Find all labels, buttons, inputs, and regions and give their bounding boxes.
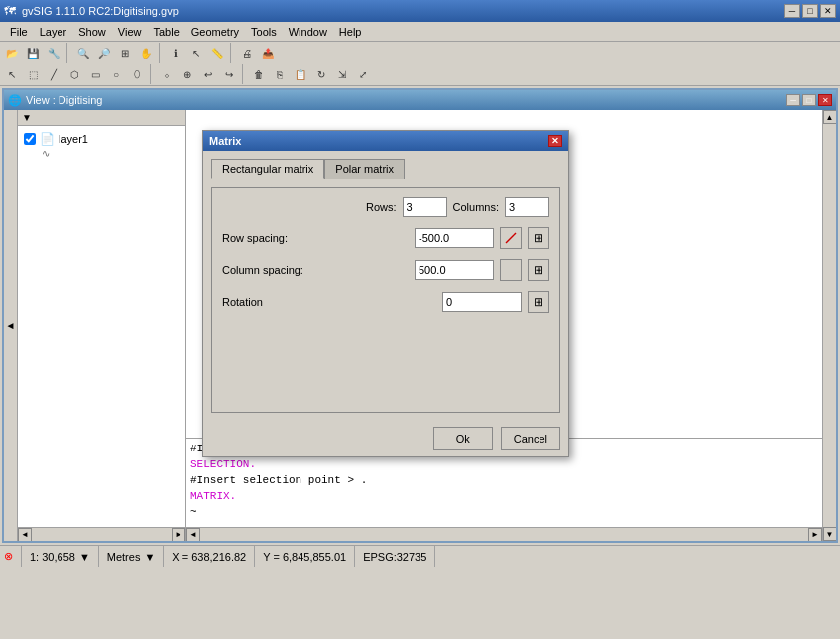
close-button[interactable]: ✕ [820, 4, 836, 18]
tb-select[interactable]: ↖ [186, 43, 206, 63]
tb-delete[interactable]: 🗑 [249, 64, 269, 84]
rows-input[interactable] [403, 197, 447, 217]
layer-icon: 📄 [40, 132, 55, 146]
tb-zoom-out[interactable]: 🔎 [94, 43, 114, 63]
status-y: Y = 6,845,855.01 [255, 546, 355, 567]
scale-label: 1: 30,658 [30, 551, 75, 563]
tb-zoom-in[interactable]: 🔍 [73, 43, 93, 63]
tb-ellipse[interactable]: ⬯ [127, 64, 147, 84]
tb-save[interactable]: 💾 [23, 43, 43, 63]
tb-select2[interactable]: ⬚ [23, 64, 43, 84]
rotation-input[interactable] [442, 292, 522, 312]
tb-copy[interactable]: ⎘ [270, 64, 290, 84]
view-close-btn[interactable]: ✕ [818, 94, 832, 106]
tb-move[interactable]: ⤢ [353, 64, 373, 84]
tb-line[interactable]: ╱ [44, 64, 63, 84]
status-epsg[interactable]: EPSG:32735 [355, 546, 435, 567]
console-line-3: #Insert selection point > . [190, 472, 818, 488]
cancel-button[interactable]: Cancel [501, 427, 560, 450]
y-coord: Y = 6,845,855.01 [263, 551, 346, 563]
row-spacing-icon-btn[interactable]: ⊞ [528, 227, 549, 249]
tab-rectangular[interactable]: Rectangular matrix [211, 159, 324, 179]
menu-tools[interactable]: Tools [245, 24, 283, 40]
tb-open[interactable]: 📂 [2, 43, 22, 63]
tb-sep-5 [242, 64, 246, 84]
layer-panel: ▼ 📄 layer1 ∿ ◄ ► [18, 110, 186, 541]
rotation-icon-btn[interactable]: ⊞ [528, 291, 549, 313]
columns-input[interactable] [505, 197, 549, 217]
status-bar: ⊗ 1: 30,658 ▼ Metres ▼ X = 638,216.82 Y … [0, 545, 840, 567]
layer-hscroll[interactable]: ◄ ► [18, 527, 185, 541]
layer-checkbox[interactable] [24, 133, 36, 145]
h-scrollbar[interactable]: ◄ ► [186, 527, 822, 541]
tb-measure[interactable]: 📏 [207, 43, 227, 63]
tb-pan[interactable]: ✋ [136, 43, 156, 63]
tab-polar[interactable]: Polar matrix [324, 159, 405, 179]
tb-poly[interactable]: ⬡ [64, 64, 84, 84]
tb-sep-3 [230, 43, 234, 63]
view-minimize-btn[interactable]: ─ [786, 94, 800, 106]
column-spacing-input[interactable] [415, 260, 494, 280]
title-bar: 🗺 gvSIG 1.11.0 RC2:Digitising.gvp ─ □ ✕ [0, 0, 840, 22]
tb-sep-4 [150, 64, 154, 84]
tb-scale[interactable]: ⇲ [332, 64, 352, 84]
tb-snap[interactable]: ⊕ [178, 64, 197, 84]
dialog-close-button[interactable]: ✕ [548, 135, 562, 147]
menu-view[interactable]: View [112, 24, 148, 40]
vscroll-down[interactable]: ▼ [823, 527, 837, 541]
tb-print[interactable]: 🖨 [237, 43, 257, 63]
menu-help[interactable]: Help [333, 24, 368, 40]
rotation-label: Rotation [222, 296, 263, 308]
tb-undo[interactable]: ↩ [198, 64, 218, 84]
scroll-right-btn[interactable]: ► [172, 528, 185, 542]
pencil-icon [504, 231, 518, 245]
scroll-left-btn[interactable]: ◄ [18, 528, 32, 542]
columns-label: Columns: [453, 201, 499, 213]
dialog-body: Rectangular matrix Polar matrix Rows: Co… [203, 151, 568, 421]
svg-line-1 [506, 235, 514, 243]
layer-name: layer1 [59, 133, 88, 145]
tb-redo[interactable]: ↪ [219, 64, 239, 84]
minimize-button[interactable]: ─ [784, 4, 800, 18]
hscroll-right[interactable]: ► [808, 528, 822, 542]
tb-pointer[interactable]: ↖ [2, 64, 22, 84]
error-icon: ⊗ [4, 550, 13, 563]
tb-paste[interactable]: 📋 [291, 64, 310, 84]
menu-file[interactable]: File [4, 24, 34, 40]
column-spacing-icon-btn[interactable]: ⊞ [528, 259, 549, 281]
ok-button[interactable]: Ok [433, 427, 493, 450]
status-units: Metres ▼ [99, 546, 165, 567]
menu-layer[interactable]: Layer [34, 24, 73, 40]
menu-window[interactable]: Window [283, 24, 333, 40]
vscroll-up[interactable]: ▲ [823, 110, 837, 124]
tb-rect[interactable]: ▭ [85, 64, 105, 84]
tb-sep-2 [159, 43, 163, 63]
right-scrollbar[interactable]: ▲ ▼ [822, 110, 836, 541]
scale-dropdown-icon[interactable]: ▼ [79, 551, 90, 563]
menu-geometry[interactable]: Geometry [185, 24, 245, 40]
menu-show[interactable]: Show [72, 24, 112, 40]
row-spacing-pick-btn[interactable] [500, 227, 522, 249]
units-dropdown-icon[interactable]: ▼ [144, 551, 155, 563]
tb-node[interactable]: ⬦ [157, 64, 177, 84]
column-spacing-pick-btn[interactable] [500, 259, 522, 281]
console-line-4: MATRIX. [190, 488, 818, 504]
toolbar-row-2: ↖ ⬚ ╱ ⬡ ▭ ○ ⬯ ⬦ ⊕ ↩ ↪ 🗑 ⎘ 📋 ↻ ⇲ ⤢ [0, 64, 840, 85]
tb-info[interactable]: ℹ [166, 43, 185, 63]
hscroll-left[interactable]: ◄ [186, 528, 200, 542]
layer-header: ▼ [18, 110, 185, 126]
row-spacing-input[interactable] [415, 228, 494, 248]
tb-circle[interactable]: ○ [106, 64, 126, 84]
tb-properties[interactable]: 🔧 [44, 43, 63, 63]
tb-zoom-extent[interactable]: ⊞ [115, 43, 135, 63]
tb-rotate[interactable]: ↻ [311, 64, 331, 84]
panel-toggle[interactable]: ◄ [4, 110, 18, 541]
layer-symbol-text: ∿ [42, 148, 50, 159]
layer-item[interactable]: 📄 layer1 [22, 130, 181, 148]
view-maximize-btn[interactable]: □ [802, 94, 816, 106]
window-title: gvSIG 1.11.0 RC2:Digitising.gvp [22, 5, 179, 17]
tb-export[interactable]: 📤 [258, 43, 278, 63]
menu-table[interactable]: Table [147, 24, 184, 40]
row-spacing-label: Row spacing: [222, 232, 288, 244]
maximize-button[interactable]: □ [802, 4, 818, 18]
